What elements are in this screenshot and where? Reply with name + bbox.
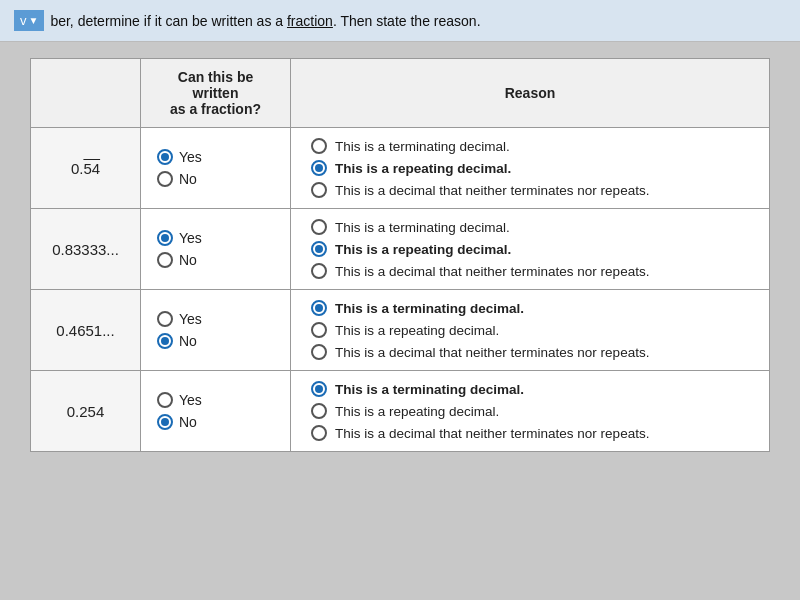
fraction-link: fraction [287, 13, 333, 29]
reason-text-1: This is a repeating decimal. [335, 404, 499, 419]
reason-text-1: This is a repeating decimal. [335, 242, 511, 257]
reason-radio-1[interactable] [311, 160, 327, 176]
reason-option-0[interactable]: This is a terminating decimal. [311, 300, 749, 316]
table-row: 0.4651...YesNoThis is a terminating deci… [31, 290, 770, 371]
yes-label: Yes [179, 230, 202, 246]
table-row: 0.83333...YesNoThis is a terminating dec… [31, 209, 770, 290]
reason-radio-0[interactable] [311, 300, 327, 316]
reason-option-0[interactable]: This is a terminating decimal. [311, 138, 749, 154]
reason-option-1[interactable]: This is a repeating decimal. [311, 322, 749, 338]
no-radio[interactable] [157, 171, 173, 187]
number-cell: 0.54 [31, 128, 141, 209]
header-number [31, 59, 141, 128]
yes-no-cell: YesNo [141, 128, 291, 209]
reason-text-2: This is a decimal that neither terminate… [335, 426, 649, 441]
reason-text-2: This is a decimal that neither terminate… [335, 264, 649, 279]
reason-text-2: This is a decimal that neither terminate… [335, 183, 649, 198]
no-option[interactable]: No [157, 171, 274, 187]
reason-radio-1[interactable] [311, 403, 327, 419]
yes-option[interactable]: Yes [157, 230, 274, 246]
reason-text-0: This is a terminating decimal. [335, 139, 510, 154]
reason-text-0: This is a terminating decimal. [335, 301, 524, 316]
reason-option-2[interactable]: This is a decimal that neither terminate… [311, 425, 749, 441]
number-cell: 0.83333... [31, 209, 141, 290]
no-label: No [179, 414, 197, 430]
dropdown-label: v [20, 13, 27, 28]
reason-option-0[interactable]: This is a terminating decimal. [311, 381, 749, 397]
yes-no-cell: YesNo [141, 209, 291, 290]
reason-radio-2[interactable] [311, 263, 327, 279]
reason-text-1: This is a repeating decimal. [335, 161, 511, 176]
reason-cell: This is a terminating decimal.This is a … [291, 128, 770, 209]
reason-text-1: This is a repeating decimal. [335, 323, 499, 338]
reason-radio-1[interactable] [311, 241, 327, 257]
reason-radio-2[interactable] [311, 344, 327, 360]
reason-option-2[interactable]: This is a decimal that neither terminate… [311, 344, 749, 360]
no-label: No [179, 252, 197, 268]
yes-radio[interactable] [157, 392, 173, 408]
yes-label: Yes [179, 392, 202, 408]
yes-option[interactable]: Yes [157, 149, 274, 165]
yes-label: Yes [179, 311, 202, 327]
yes-no-cell: YesNo [141, 371, 291, 452]
reason-text-0: This is a terminating decimal. [335, 220, 510, 235]
reason-cell: This is a terminating decimal.This is a … [291, 209, 770, 290]
yes-option[interactable]: Yes [157, 311, 274, 327]
yes-option[interactable]: Yes [157, 392, 274, 408]
number-cell: 0.4651... [31, 290, 141, 371]
dropdown-button[interactable]: v ▼ [14, 10, 44, 31]
number-cell: 0.254 [31, 371, 141, 452]
no-radio[interactable] [157, 333, 173, 349]
reason-radio-0[interactable] [311, 138, 327, 154]
no-option[interactable]: No [157, 333, 274, 349]
reason-option-1[interactable]: This is a repeating decimal. [311, 403, 749, 419]
reason-radio-0[interactable] [311, 219, 327, 235]
reason-option-2[interactable]: This is a decimal that neither terminate… [311, 263, 749, 279]
yes-label: Yes [179, 149, 202, 165]
no-label: No [179, 171, 197, 187]
no-radio[interactable] [157, 252, 173, 268]
reason-radio-2[interactable] [311, 182, 327, 198]
reason-radio-1[interactable] [311, 322, 327, 338]
yes-radio[interactable] [157, 149, 173, 165]
instruction-text: ber, determine if it can be written as a… [50, 13, 480, 29]
reason-option-2[interactable]: This is a decimal that neither terminate… [311, 182, 749, 198]
reason-option-1[interactable]: This is a repeating decimal. [311, 160, 749, 176]
no-option[interactable]: No [157, 414, 274, 430]
reason-radio-2[interactable] [311, 425, 327, 441]
main-content: Can this be writtenas a fraction? Reason… [0, 42, 800, 468]
no-option[interactable]: No [157, 252, 274, 268]
table-row: 0.54YesNoThis is a terminating decimal.T… [31, 128, 770, 209]
reason-cell: This is a terminating decimal.This is a … [291, 290, 770, 371]
reason-text-2: This is a decimal that neither terminate… [335, 345, 649, 360]
header-fraction: Can this be writtenas a fraction? [141, 59, 291, 128]
table-row: 0.254YesNoThis is a terminating decimal.… [31, 371, 770, 452]
no-label: No [179, 333, 197, 349]
reason-option-1[interactable]: This is a repeating decimal. [311, 241, 749, 257]
yes-radio[interactable] [157, 230, 173, 246]
reason-text-0: This is a terminating decimal. [335, 382, 524, 397]
yes-radio[interactable] [157, 311, 173, 327]
reason-radio-0[interactable] [311, 381, 327, 397]
reason-option-0[interactable]: This is a terminating decimal. [311, 219, 749, 235]
fraction-table: Can this be writtenas a fraction? Reason… [30, 58, 770, 452]
reason-cell: This is a terminating decimal.This is a … [291, 371, 770, 452]
dropdown-arrow-icon: ▼ [29, 15, 39, 26]
yes-no-cell: YesNo [141, 290, 291, 371]
no-radio[interactable] [157, 414, 173, 430]
header-reason: Reason [291, 59, 770, 128]
